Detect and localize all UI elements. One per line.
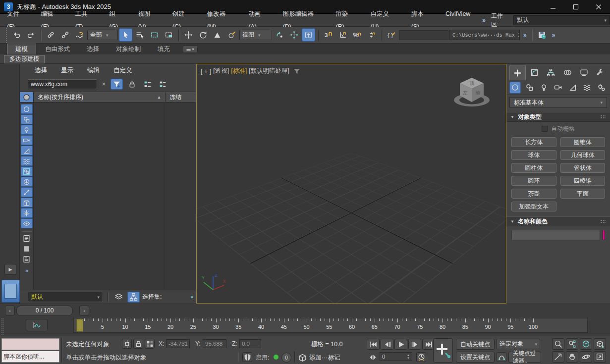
category-geometry-button[interactable] — [509, 82, 521, 94]
tab-create[interactable] — [509, 65, 526, 80]
reference-coordsys-dropdown[interactable]: 视图▾ — [239, 30, 272, 40]
add-time-tag[interactable]: 添加···标记 — [309, 354, 340, 362]
explorer-menu-0[interactable]: 选择 — [29, 66, 53, 75]
named-selection-field[interactable] — [399, 30, 448, 40]
next-frame-button[interactable] — [408, 339, 421, 350]
zoom-extents-button[interactable] — [580, 338, 592, 350]
menu-overflow-button[interactable]: » — [477, 17, 490, 24]
edit-named-selections-button[interactable]: { } — [385, 28, 398, 42]
set-key-button[interactable]: 设置关键点 — [456, 352, 495, 363]
display-particles-toggle[interactable] — [21, 208, 33, 218]
set-keys-button[interactable] — [433, 338, 453, 363]
minimize-button[interactable] — [542, 0, 564, 13]
object-type-button-9[interactable]: 平面 — [560, 189, 606, 199]
select-scale-button[interactable] — [211, 28, 224, 42]
auto-key-button[interactable]: 自动关键点 — [456, 339, 495, 350]
viewport-menu-shading[interactable]: [默认明暗处理] — [249, 67, 289, 75]
tab-display[interactable] — [576, 65, 592, 80]
hierarchy-view-button[interactable] — [127, 292, 140, 303]
key-filters-button[interactable]: 关键点过滤器.. — [508, 352, 541, 363]
category-systems-button[interactable] — [596, 82, 607, 94]
undo-button[interactable] — [10, 28, 23, 42]
collapse-hierarchy-button[interactable] — [157, 79, 169, 90]
display-geometry-toggle[interactable] — [21, 104, 33, 114]
name-color-rollout-header[interactable]: ▼名称和颜色 — [506, 216, 610, 226]
current-frame-field[interactable]: 0▲▼ — [380, 352, 412, 361]
zoom-all-button[interactable] — [566, 338, 578, 350]
search-input[interactable] — [28, 79, 97, 89]
view-cube[interactable]: 顶 左 前 — [450, 71, 493, 113]
key-mode-toggle-icon[interactable] — [369, 353, 377, 362]
frozen-column-header[interactable]: 冻结 — [165, 92, 196, 102]
maxscript-mini-listener[interactable] — [1, 338, 59, 350]
viewcube-left-label[interactable]: 左 — [463, 90, 468, 96]
close-button[interactable] — [587, 0, 610, 13]
z-coord-field[interactable]: 0.0 — [239, 339, 261, 348]
display-shapes-toggle[interactable] — [21, 114, 33, 124]
explorer-doc2-button[interactable] — [21, 254, 33, 264]
expand-hierarchy-button[interactable] — [141, 79, 154, 90]
select-rotate-button[interactable] — [196, 28, 210, 42]
viewport-menu-general[interactable]: [ + ] — [201, 68, 211, 75]
display-cameras-toggle[interactable] — [21, 135, 33, 145]
percent-snap-button[interactable]: % — [350, 28, 364, 42]
viewcube-top-label[interactable]: 顶 — [470, 81, 474, 86]
ribbon-tab-4[interactable]: 填充 — [150, 44, 178, 54]
autogrid-checkbox[interactable] — [542, 126, 548, 132]
ribbon-tab-0[interactable]: 建模 — [7, 44, 36, 54]
time-configuration-button[interactable] — [416, 352, 426, 362]
link-button[interactable] — [44, 28, 57, 42]
explorer-menu-2[interactable]: 编辑 — [81, 66, 106, 75]
previous-frame-button[interactable]: ‹ — [5, 306, 15, 315]
ribbon-tab-2[interactable]: 选择 — [79, 44, 107, 54]
display-spacewarps-toggle[interactable] — [21, 156, 33, 166]
object-type-button-8[interactable]: 茶壶 — [511, 189, 556, 199]
scene-object-list[interactable] — [34, 103, 196, 290]
zoom-extents-all-button[interactable] — [594, 338, 606, 350]
display-bones-toggle[interactable] — [21, 187, 33, 197]
keyboard-override-button[interactable] — [287, 28, 301, 42]
frame-display[interactable]: 0 / 100 — [16, 306, 73, 316]
y-coord-field[interactable]: 95.688 — [203, 339, 226, 348]
ribbon-display-dropdown[interactable]: ▬▾ — [183, 46, 198, 53]
clear-search-icon[interactable]: × — [100, 81, 108, 88]
lock-explorer-button[interactable] — [126, 79, 138, 90]
adaptive-degradation-button[interactable] — [242, 352, 252, 362]
name-column-header[interactable]: 名称(按升序排序)▲ — [34, 92, 165, 102]
pan-button[interactable] — [566, 351, 578, 363]
category-spacewarps-button[interactable] — [581, 82, 593, 94]
isolate-selection-button[interactable] — [122, 339, 132, 349]
maximize-button[interactable] — [564, 0, 587, 13]
field-of-view-button[interactable] — [552, 351, 564, 363]
footer-overflow-button[interactable]: » — [190, 294, 193, 300]
object-type-button-7[interactable]: 四棱锥 — [560, 176, 606, 186]
scene-explorer-toggle-button[interactable] — [1, 280, 20, 303]
object-type-button-4[interactable]: 圆柱体 — [511, 163, 556, 173]
display-groups-toggle[interactable] — [21, 166, 33, 176]
expand-panel-button[interactable]: ▶ — [4, 264, 16, 275]
explorer-menu-1[interactable]: 显示 — [55, 66, 79, 75]
tab-modify[interactable] — [527, 65, 542, 80]
display-helpers-toggle[interactable] — [21, 146, 33, 156]
category-cameras-button[interactable] — [553, 82, 564, 94]
object-type-button-1[interactable]: 圆锥体 — [560, 137, 606, 147]
viewport-perspective[interactable]: [ + ] [透视] [标准] [默认明暗处理] 顶 左 前 — [196, 64, 506, 304]
display-lights-toggle[interactable] — [21, 125, 33, 135]
save-file-button[interactable] — [535, 28, 549, 42]
time-slider[interactable] — [76, 319, 83, 332]
ribbon-tab-1[interactable]: 自由形式 — [37, 44, 78, 54]
layers-view-button[interactable] — [112, 292, 125, 303]
time-slider-ruler[interactable]: 0510152025303540455055606570758085909510… — [73, 318, 588, 333]
per-view-preference-icon[interactable] — [293, 68, 300, 74]
explorer-doc1-button[interactable] — [21, 233, 33, 243]
polygon-modeling-panel-button[interactable]: 多边形建模 — [4, 55, 45, 63]
selection-lock-button[interactable] — [133, 339, 143, 349]
previous-frame-button[interactable] — [381, 339, 393, 350]
toolbar-grip[interactable] — [5, 27, 8, 43]
object-color-swatch[interactable] — [603, 230, 605, 240]
mute-counter-button[interactable]: 0 — [281, 353, 291, 363]
explorer-preset-dropdown[interactable]: 默认▾ — [28, 292, 103, 302]
select-object-button[interactable] — [119, 28, 132, 42]
selection-filter-dropdown[interactable]: 全部▾ — [87, 30, 118, 40]
spinner-arrows-icon[interactable]: ▲▼ — [407, 354, 410, 360]
